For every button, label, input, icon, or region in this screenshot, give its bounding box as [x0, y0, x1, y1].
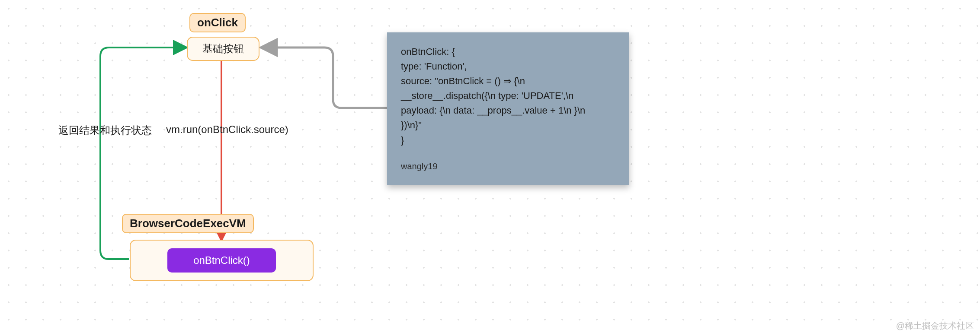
- code-line: payload: {\n data: __props__.value + 1\n…: [401, 103, 615, 118]
- vm-node: onBtnClick(): [130, 240, 314, 281]
- edge-return-label: 返回结果和执行状态: [58, 124, 154, 137]
- code-line: __store__.dispatch({\n type: 'UPDATE',\n: [401, 89, 615, 103]
- edge-source: [262, 48, 387, 108]
- watermark: @稀土掘金技术社区: [896, 320, 974, 332]
- code-line: source: "onBtnClick = () ⇒ {\n: [401, 74, 615, 89]
- vm-badge: BrowserCodeExecVM: [122, 214, 254, 233]
- code-line: onBtnClick: {: [401, 44, 615, 59]
- onclick-badge: onClick: [189, 13, 246, 32]
- code-author: wangly19: [401, 160, 615, 173]
- code-card: onBtnClick: { type: 'Function', source: …: [387, 32, 629, 185]
- base-button-node: 基础按钮: [187, 37, 259, 61]
- code-line: }: [401, 133, 615, 148]
- onbtnclick-invoke: onBtnClick(): [167, 248, 276, 273]
- code-line: })\n}": [401, 118, 615, 133]
- diagram-canvas: onClick 基础按钮 BrowserCodeExecVM onBtnClic…: [0, 0, 980, 336]
- edge-run-label: vm.run(onBtnClick.source): [166, 124, 288, 136]
- code-line: type: 'Function',: [401, 59, 615, 74]
